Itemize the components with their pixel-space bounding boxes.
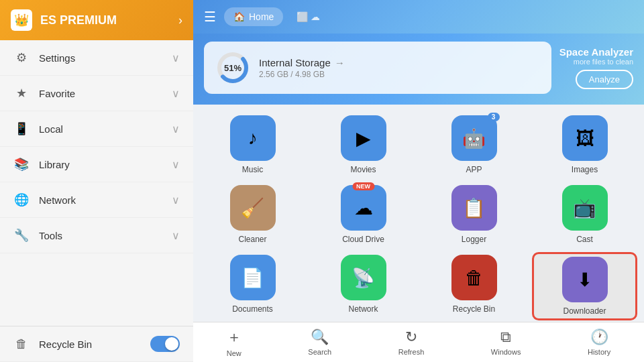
hamburger-icon[interactable]: ☰ bbox=[204, 9, 216, 25]
favorite-arrow-icon: ∨ bbox=[172, 87, 180, 100]
cast-icon-wrap: 📺 bbox=[562, 185, 608, 231]
sidebar: 👑 ES PREMIUM › ⚙ Settings ∨ ★ Favorite ∨… bbox=[0, 0, 193, 362]
documents-label: Documents bbox=[232, 304, 273, 314]
new-nav-label: New bbox=[227, 349, 241, 357]
downloader-label: Downloader bbox=[563, 306, 606, 316]
settings-icon: ⚙ bbox=[13, 50, 30, 66]
app-item-images[interactable]: 🖼 Images bbox=[532, 113, 637, 177]
recycle-bin-icon-wrap: 🗑 bbox=[451, 255, 497, 300]
recycle-bin-icon: 🗑 bbox=[13, 336, 30, 352]
cloud-drive-label: Cloud Drive bbox=[342, 235, 384, 244]
app-item-downloader[interactable]: ⬇ Downloader bbox=[532, 252, 637, 320]
refresh-nav-label: Refresh bbox=[398, 348, 425, 356]
cleaner-label: Cleaner bbox=[238, 235, 266, 244]
storage-arrow-icon: → bbox=[335, 57, 345, 68]
app-item-cast[interactable]: 📺 Cast bbox=[532, 182, 637, 247]
documents-icon: 📄 bbox=[241, 267, 264, 289]
sidebar-item-tools[interactable]: 🔧 Tools ∨ bbox=[0, 218, 193, 253]
app-grid-area: ♪ Music ▶ Movies 🤖 3 APP 🖼 Images 🧹 Clea… bbox=[193, 105, 644, 322]
movies-label: Movies bbox=[350, 165, 376, 174]
app-item-cloud-drive[interactable]: ☁ NEW Cloud Drive bbox=[311, 182, 416, 247]
space-analyzer-subtitle: more files to clean bbox=[559, 58, 633, 66]
nav-item-windows[interactable]: ⧉ Windows bbox=[483, 324, 529, 360]
main-content: ☰ 🏠 Home ⬜ ☁ 51% Internal Storage bbox=[193, 0, 644, 362]
nav-item-new[interactable]: ＋ New bbox=[219, 323, 250, 361]
app-item-documents[interactable]: 📄 Documents bbox=[200, 252, 305, 320]
sidebar-item-local[interactable]: 📱 Local ∨ bbox=[0, 111, 193, 147]
cast-icon: 📺 bbox=[573, 197, 596, 219]
images-icon-wrap: 🖼 bbox=[562, 115, 608, 161]
app-item-app[interactable]: 🤖 3 APP bbox=[421, 113, 527, 177]
local-arrow-icon: ∨ bbox=[172, 123, 180, 135]
cleaner-icon: 🧹 bbox=[241, 197, 264, 219]
favorite-icon: ★ bbox=[13, 85, 30, 101]
analyze-button[interactable]: Analyze bbox=[576, 70, 633, 89]
bottom-nav: ＋ New 🔍 Search ↻ Refresh ⧉ Windows 🕐 His… bbox=[193, 322, 644, 362]
home-label: Home bbox=[249, 11, 274, 22]
music-icon-wrap: ♪ bbox=[230, 115, 276, 161]
downloader-icon: ⬇ bbox=[577, 269, 592, 291]
windows-nav-label: Windows bbox=[491, 348, 521, 356]
recycle-bin-toggle[interactable] bbox=[150, 336, 180, 352]
home-button[interactable]: 🏠 Home bbox=[224, 7, 283, 26]
recycle-bin-label: Recycle Bin bbox=[453, 304, 495, 314]
cloud-drive-new-badge: NEW bbox=[352, 182, 374, 190]
music-label: Music bbox=[242, 165, 263, 174]
sidebar-header-arrow-icon: › bbox=[178, 13, 182, 27]
storage-percent: 51% bbox=[224, 63, 241, 73]
app-grid: ♪ Music ▶ Movies 🤖 3 APP 🖼 Images 🧹 Clea… bbox=[200, 113, 637, 322]
sidebar-item-favorite[interactable]: ★ Favorite ∨ bbox=[0, 76, 193, 111]
donut-chart: 51% bbox=[216, 51, 250, 84]
recycle-bin-label: Recycle Bin bbox=[39, 339, 141, 350]
images-icon: 🖼 bbox=[576, 127, 594, 149]
cleaner-icon-wrap: 🧹 bbox=[230, 185, 276, 231]
logger-label: Logger bbox=[462, 235, 486, 244]
app-item-network[interactable]: 📡 Network bbox=[311, 252, 416, 320]
app-item-logger[interactable]: 📋 Logger bbox=[421, 182, 527, 247]
app-item-recycle-bin[interactable]: 🗑 Recycle Bin bbox=[421, 252, 527, 320]
logger-icon-wrap: 📋 bbox=[451, 185, 497, 231]
network-label: Network bbox=[348, 304, 378, 314]
logger-icon: 📋 bbox=[462, 197, 486, 219]
settings-arrow-icon: ∨ bbox=[172, 52, 180, 64]
sidebar-premium-title: ES PREMIUM bbox=[40, 13, 170, 27]
sidebar-item-library[interactable]: 📚 Library ∨ bbox=[0, 147, 193, 182]
search-nav-icon: 🔍 bbox=[311, 328, 329, 346]
downloader-icon-wrap: ⬇ bbox=[562, 257, 608, 302]
nav-item-refresh[interactable]: ↻ Refresh bbox=[390, 324, 433, 360]
home-icon: 🏠 bbox=[233, 11, 245, 22]
topbar-extra-icons: ⬜ ☁ bbox=[297, 11, 320, 22]
app-icon: 🤖 bbox=[462, 127, 486, 149]
tools-arrow-icon: ∨ bbox=[172, 229, 180, 242]
app-item-music[interactable]: ♪ Music bbox=[200, 113, 305, 177]
cast-label: Cast bbox=[576, 235, 593, 244]
sidebar-item-network[interactable]: 🌐 Network ∨ bbox=[0, 182, 193, 218]
app-item-movies[interactable]: ▶ Movies bbox=[311, 113, 416, 177]
cloud-drive-icon-wrap: ☁ NEW bbox=[341, 185, 386, 231]
library-label: Library bbox=[39, 159, 162, 170]
sidebar-header[interactable]: 👑 ES PREMIUM › bbox=[0, 0, 193, 40]
recycle-bin-icon: 🗑 bbox=[465, 267, 484, 289]
music-icon: ♪ bbox=[248, 127, 258, 149]
images-label: Images bbox=[572, 165, 598, 174]
sidebar-item-recycle-bin[interactable]: 🗑 Recycle Bin bbox=[0, 326, 193, 362]
new-nav-icon: ＋ bbox=[227, 327, 241, 347]
nav-item-history[interactable]: 🕐 History bbox=[580, 324, 619, 360]
storage-info: Internal Storage → 2.56 GB / 4.98 GB bbox=[259, 57, 539, 79]
movies-icon: ▶ bbox=[356, 127, 371, 149]
nav-item-search[interactable]: 🔍 Search bbox=[300, 324, 339, 360]
storage-usage: 2.56 GB / 4.98 GB bbox=[259, 70, 539, 79]
library-icon: 📚 bbox=[13, 156, 30, 172]
storage-title: Internal Storage → bbox=[259, 57, 539, 68]
sidebar-item-settings[interactable]: ⚙ Settings ∨ bbox=[0, 40, 193, 76]
network-icon: 🌐 bbox=[13, 192, 30, 208]
crown-icon: 👑 bbox=[11, 9, 32, 31]
app-item-cleaner[interactable]: 🧹 Cleaner bbox=[200, 182, 305, 247]
tools-icon: 🔧 bbox=[13, 227, 30, 243]
history-nav-label: History bbox=[588, 348, 610, 356]
app-badge: 3 bbox=[488, 113, 500, 121]
network-arrow-icon: ∨ bbox=[172, 194, 180, 206]
documents-icon-wrap: 📄 bbox=[230, 255, 276, 300]
storage-section: 51% Internal Storage → 2.56 GB / 4.98 GB… bbox=[193, 34, 644, 105]
storage-card[interactable]: 51% Internal Storage → 2.56 GB / 4.98 GB bbox=[204, 42, 551, 94]
